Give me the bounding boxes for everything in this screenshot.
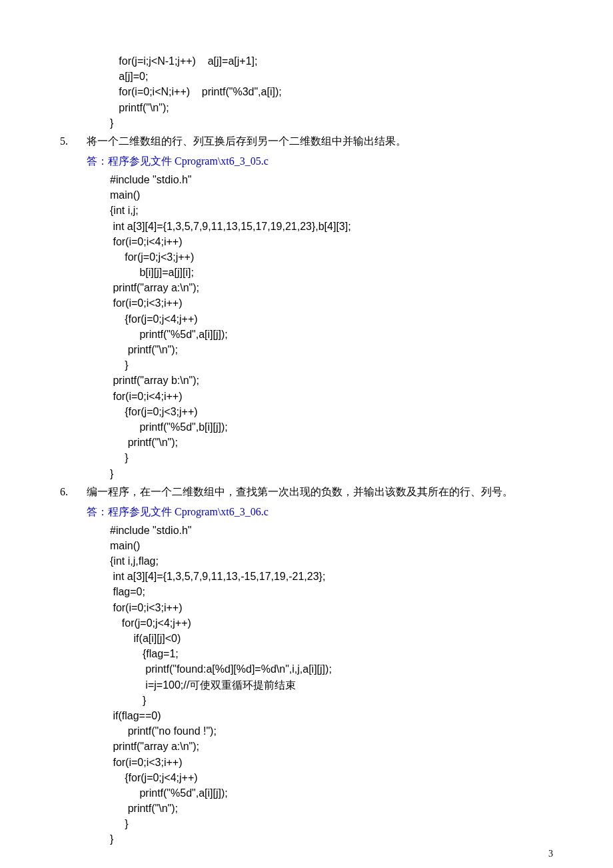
answer-5-path: Cprogram\xt6_3_05.c bbox=[175, 155, 269, 167]
problem-5-answer: 答：程序参见文件 Cprogram\xt6_3_05.c bbox=[87, 153, 553, 169]
page: for(j=i;j<N-1;j++) a[j]=a[j+1]; a[j]=0; … bbox=[0, 0, 613, 868]
answer-5-prefix: 答：程序参见文件 bbox=[87, 155, 175, 167]
code-block-5: #include "stdio.h" main() {int i,j; int … bbox=[110, 172, 553, 481]
problem-6-answer: 答：程序参见文件 Cprogram\xt6_3_06.c bbox=[87, 504, 553, 520]
problem-5-number: 5. bbox=[60, 133, 87, 149]
answer-6-path: Cprogram\xt6_3_06.c bbox=[175, 506, 269, 517]
code-block-6: #include "stdio.h" main() {int i,j,flag;… bbox=[110, 523, 553, 847]
problem-6-text: 编一程序，在一个二维数组中，查找第一次出现的负数，并输出该数及其所在的行、列号。 bbox=[87, 484, 553, 500]
code-block-top: for(j=i;j<N-1;j++) a[j]=a[j+1]; a[j]=0; … bbox=[110, 53, 553, 131]
page-number: 3 bbox=[548, 847, 553, 861]
problem-5: 5. 将一个二维数组的行、列互换后存到另一个二维数组中并输出结果。 bbox=[60, 133, 553, 149]
problem-5-text: 将一个二维数组的行、列互换后存到另一个二维数组中并输出结果。 bbox=[87, 133, 553, 149]
problem-6: 6. 编一程序，在一个二维数组中，查找第一次出现的负数，并输出该数及其所在的行、… bbox=[60, 484, 553, 500]
problem-6-number: 6. bbox=[60, 484, 87, 500]
answer-6-prefix: 答：程序参见文件 bbox=[87, 506, 175, 517]
